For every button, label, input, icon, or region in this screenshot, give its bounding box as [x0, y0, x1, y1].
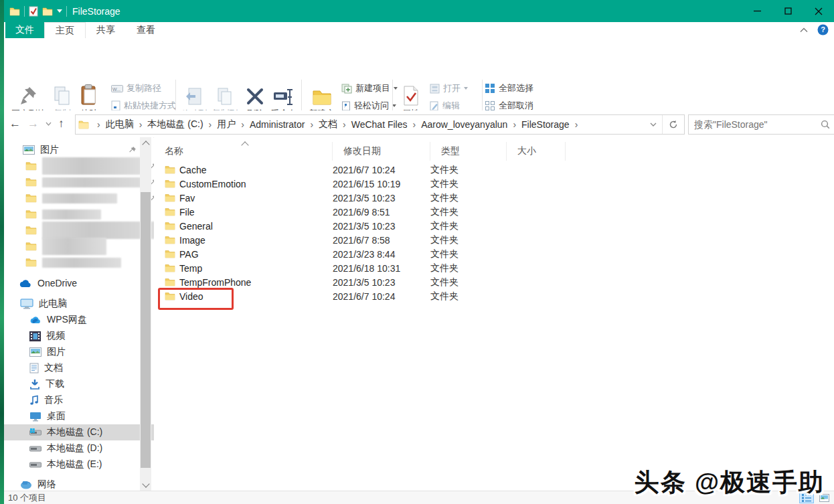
sidebar-item-pictures-pinned[interactable]: 图片 — [23, 142, 157, 158]
file-list: 名称 修改日期 类型 大小 Cache 2021/6/7 10:24 文件夹 C… — [154, 137, 834, 491]
open-icon — [430, 84, 440, 94]
folder-icon — [25, 226, 37, 235]
file-row[interactable]: PAG 2021/3/23 8:44 文件夹 — [154, 247, 756, 261]
tab-view[interactable]: 查看 — [126, 22, 166, 38]
paste-shortcut-icon — [111, 100, 120, 111]
folder-icon[interactable] — [9, 7, 20, 16]
copy-icon — [54, 79, 71, 106]
address-bar[interactable]: › 此电脑 › 本地磁盘 (C:) › 用户 › Administrator ›… — [75, 114, 685, 135]
tab-share[interactable]: 共享 — [86, 22, 126, 38]
file-row[interactable]: General 2021/3/5 10:23 文件夹 — [154, 219, 756, 233]
search-icon[interactable] — [821, 120, 830, 129]
refresh-button[interactable] — [662, 115, 684, 134]
breadcrumb-this-pc[interactable]: 此电脑 — [104, 118, 135, 131]
blurred-label — [42, 157, 143, 175]
column-header-type[interactable]: 类型 — [430, 142, 507, 161]
navigation-bar: ← → ↑ › 此电脑 › 本地磁盘 (C:) › 用户 › Administr… — [4, 110, 834, 138]
items-count: 10 个项目 — [8, 492, 46, 504]
breadcrumb-users[interactable]: 用户 — [216, 118, 237, 131]
disk-c-icon — [29, 428, 41, 437]
breadcrumb-account[interactable]: Aarow_loveyanyalun — [420, 119, 509, 130]
new-item-icon — [341, 84, 352, 94]
minimize-button[interactable] — [742, 0, 772, 22]
titlebar: FileStorage — [4, 0, 834, 22]
file-row[interactable]: Fav 2021/3/5 10:23 文件夹 — [154, 191, 756, 205]
window-controls — [742, 0, 834, 22]
sidebar-item-this-pc[interactable]: 此电脑 — [20, 296, 155, 312]
collapse-ribbon-icon[interactable] — [800, 27, 808, 33]
up-button[interactable]: ↑ — [58, 117, 64, 131]
help-icon[interactable]: ? — [817, 24, 829, 35]
tab-file[interactable]: 文件 — [5, 22, 44, 38]
svg-text:W...: W... — [112, 86, 120, 91]
sidebar-scrollbar[interactable] — [140, 137, 151, 491]
select-all-icon — [485, 83, 495, 94]
select-all-button[interactable]: 全部选择 — [485, 81, 533, 96]
recent-locations-caret-icon[interactable] — [46, 122, 52, 126]
address-dropdown-caret-icon[interactable] — [645, 122, 662, 127]
column-header-date[interactable]: 修改日期 — [333, 142, 430, 161]
window-title: FileStorage — [72, 6, 120, 17]
blurred-label — [42, 193, 117, 203]
scroll-down-button[interactable] — [140, 479, 151, 491]
breadcrumb-filestorage[interactable]: FileStorage — [520, 119, 571, 130]
blurred-label — [42, 209, 101, 220]
file-row[interactable]: CustomEmotion 2021/6/15 10:19 文件夹 — [154, 177, 756, 191]
forward-button[interactable]: → — [27, 117, 39, 131]
breadcrumb: › 此电脑 › 本地磁盘 (C:) › 用户 › Administrator ›… — [89, 118, 645, 131]
dropdown-caret-icon — [464, 87, 468, 90]
breadcrumb-local-disk-c[interactable]: 本地磁盘 (C:) — [146, 118, 204, 131]
svg-text:?: ? — [821, 25, 825, 33]
column-header-name[interactable]: 名称 — [154, 142, 333, 161]
qat-customize-caret-icon[interactable] — [57, 9, 62, 13]
folder-icon — [165, 165, 175, 174]
column-header-size[interactable]: 大小 — [507, 142, 566, 161]
pictures-icon — [23, 145, 35, 155]
ribbon: 固定到快速访问 复制 粘贴 剪切 W... 复制路径 粘贴快捷方式 剪贴板 — [4, 38, 834, 111]
back-button[interactable]: ← — [9, 117, 21, 131]
move-to-icon — [185, 79, 203, 106]
file-row[interactable]: Cache 2021/6/7 10:24 文件夹 — [154, 163, 756, 177]
pictures-icon — [29, 347, 41, 357]
file-row-video[interactable]: Video 2021/6/7 10:24 文件夹 — [154, 289, 756, 303]
disk-icon — [29, 444, 41, 453]
maximize-button[interactable] — [772, 0, 803, 22]
copy-path-button[interactable]: W... 复制路径 — [111, 81, 161, 96]
folder-icon — [165, 264, 175, 272]
file-row[interactable]: Temp 2021/6/18 10:31 文件夹 — [154, 261, 756, 275]
breadcrumb-administrator[interactable]: Administrator — [248, 119, 306, 130]
edit-icon — [430, 101, 439, 111]
file-row[interactable]: File 2021/6/9 8:51 文件夹 — [154, 205, 756, 219]
copy-to-icon — [216, 79, 234, 106]
tab-home[interactable]: 主页 — [44, 22, 86, 38]
this-pc-icon — [20, 299, 33, 309]
folder-icon — [165, 207, 175, 216]
properties-check-icon[interactable] — [29, 6, 38, 17]
documents-icon — [29, 363, 39, 373]
breadcrumb-wechat-files[interactable]: WeChat Files — [350, 119, 409, 130]
close-button[interactable] — [803, 0, 834, 22]
folder-icon — [25, 258, 37, 267]
downloads-icon — [29, 379, 40, 390]
scroll-up-button[interactable] — [140, 137, 151, 149]
new-folder-icon — [312, 79, 332, 106]
scrollbar-thumb[interactable] — [141, 192, 151, 468]
folder-icon[interactable] — [42, 7, 53, 16]
clipboard-icon — [80, 79, 98, 106]
folder-icon — [165, 236, 175, 244]
file-row[interactable]: Image 2021/6/7 8:58 文件夹 — [154, 233, 756, 247]
search-input[interactable] — [689, 119, 821, 130]
pin-icon — [129, 146, 137, 154]
separator — [24, 6, 25, 17]
properties-icon — [403, 79, 419, 106]
folder-icon — [165, 179, 175, 188]
search-box[interactable] — [688, 114, 834, 135]
folder-icon — [165, 222, 175, 230]
file-row[interactable]: TempFromPhone 2021/3/5 10:23 文件夹 — [154, 275, 756, 289]
open-button[interactable]: 打开 — [430, 81, 468, 96]
new-item-button[interactable]: 新建项目 — [341, 81, 398, 96]
sidebar-item-onedrive[interactable]: OneDrive — [19, 275, 153, 291]
disk-icon — [29, 460, 41, 469]
blurred-label — [42, 238, 106, 255]
breadcrumb-documents[interactable]: 文档 — [317, 118, 339, 131]
